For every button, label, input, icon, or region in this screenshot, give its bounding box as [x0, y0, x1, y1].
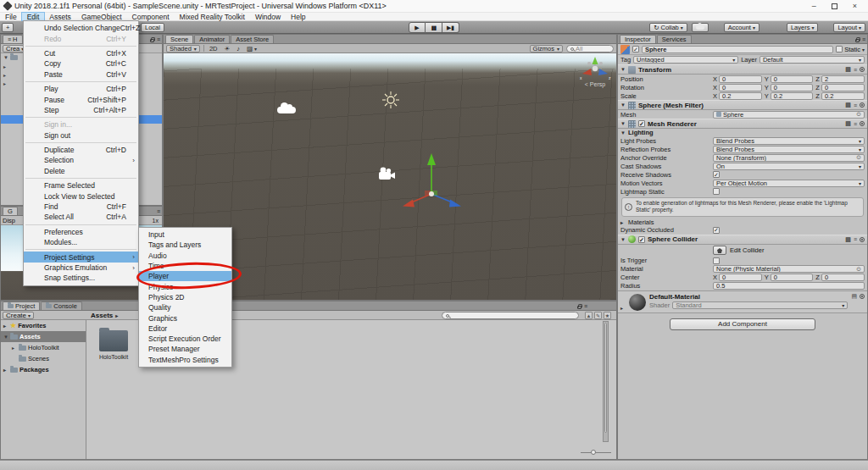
property-dropdown[interactable]: Blend Probes ▾ ⊙: [713, 137, 865, 145]
asset-folder[interactable]: HoloToolkit: [95, 330, 132, 360]
y-field[interactable]: 0: [771, 274, 814, 281]
materials-foldout[interactable]: ▸ Materials: [618, 218, 867, 226]
submenu-item[interactable]: Audio: [139, 251, 231, 261]
gear-icon[interactable]: [860, 67, 865, 72]
move-gizmo[interactable]: [396, 143, 467, 211]
scene-area-tab[interactable]: Animator: [194, 35, 230, 43]
presets-icon[interactable]: ≡: [854, 121, 857, 127]
project-tree-item[interactable]: ▸ ★ Packages: [1, 364, 86, 375]
reference-icon[interactable]: ▤: [845, 120, 851, 127]
submenu-item[interactable]: Editor: [139, 323, 231, 334]
z-field[interactable]: 0: [821, 84, 865, 91]
lock-icon[interactable]: [855, 39, 860, 42]
scene-fx-dropdown[interactable]: ▨▾: [245, 45, 259, 53]
property-field[interactable]: None (Physic Material) ▾ ⊙: [713, 265, 865, 273]
cloud-sprite[interactable]: [277, 107, 296, 113]
foldout-icon[interactable]: ▼: [3, 335, 8, 340]
x-field[interactable]: 0.2: [719, 92, 762, 100]
lighting-foldout[interactable]: ▼ Lighting: [618, 129, 867, 136]
z-field[interactable]: 2: [821, 75, 865, 83]
x-field[interactable]: 0: [719, 84, 762, 91]
menu-item[interactable]: Duplicate Ctrl+D: [24, 145, 138, 155]
submenu-item[interactable]: Input: [139, 229, 231, 240]
submenu-item[interactable]: Quality: [139, 302, 231, 312]
reference-icon[interactable]: ▤: [845, 66, 851, 73]
x-field[interactable]: 0: [719, 274, 762, 281]
property-field[interactable]: 0.5: [713, 282, 865, 290]
inspector-tab[interactable]: Services: [657, 35, 692, 43]
object-picker-icon[interactable]: ⊙: [856, 266, 861, 273]
panel-menu-icon[interactable]: ≡: [157, 208, 160, 214]
static-checkbox[interactable]: [836, 46, 843, 53]
menu-item[interactable]: Snap Settings...: [24, 273, 138, 283]
sphere-collider-header[interactable]: ▼ ✓ Sphere Collider ▤≡: [618, 235, 867, 245]
foldout-icon[interactable]: ▼: [620, 121, 626, 126]
menu-item[interactable]: Graphics Emulation ›: [24, 263, 138, 273]
reference-icon[interactable]: ▤: [851, 293, 857, 300]
z-field[interactable]: 0.2: [821, 92, 865, 100]
menu-bar-item[interactable]: File: [0, 13, 22, 20]
foldout-icon[interactable]: ▸: [620, 305, 626, 311]
step-button[interactable]: ▶▮: [442, 22, 459, 33]
material-preview-sphere[interactable]: [629, 294, 646, 311]
lock-icon[interactable]: [150, 39, 154, 42]
property-dropdown[interactable]: On ▾ ⊙: [713, 163, 865, 170]
gameobject-name-field[interactable]: Sphere: [642, 46, 833, 53]
edit-collider-button[interactable]: [713, 246, 726, 255]
minimize-button[interactable]: –: [812, 2, 816, 10]
component-enabled-checkbox[interactable]: ✓: [638, 236, 645, 243]
menu-item[interactable]: Cut Ctrl+X: [24, 48, 138, 58]
favorites-filter-icon[interactable]: ★: [604, 312, 611, 319]
menu-item[interactable]: Modules...: [24, 237, 138, 247]
menu-bar-item[interactable]: Window: [250, 13, 286, 20]
menu-item[interactable]: Copy Ctrl+C: [24, 58, 138, 69]
panel-menu-icon[interactable]: ≡: [584, 303, 587, 309]
gizmos-dropdown[interactable]: Gizmos ▾: [530, 45, 563, 53]
inspector-tab[interactable]: Inspector: [620, 35, 656, 43]
scene-area-tab[interactable]: Asset Store: [231, 35, 274, 43]
slider-knob[interactable]: [591, 450, 596, 455]
draw-mode-dropdown[interactable]: Shaded ▾: [166, 45, 200, 53]
menu-item[interactable]: Undo Selection Change Ctrl+Z: [24, 23, 138, 33]
y-field[interactable]: 0: [771, 84, 814, 91]
project-tree-item[interactable]: ▼ ★ Assets: [1, 331, 86, 342]
scene-search-input[interactable]: All: [566, 45, 614, 53]
play-button[interactable]: ▶: [409, 22, 426, 33]
directional-light-gizmo[interactable]: [381, 91, 400, 109]
component-enabled-checkbox[interactable]: ✓: [638, 120, 645, 127]
foldout-icon[interactable]: ▼: [620, 67, 626, 72]
cloud-button[interactable]: [692, 23, 709, 32]
active-checkbox[interactable]: ✓: [632, 46, 639, 53]
checkbox[interactable]: [713, 257, 720, 264]
vertical-scrollbar[interactable]: [603, 321, 609, 442]
search-by-label-icon[interactable]: ✎: [594, 312, 602, 319]
reference-icon[interactable]: ▤: [845, 102, 851, 108]
menu-item[interactable]: Find Ctrl+F: [24, 202, 138, 212]
submenu-item[interactable]: Physics 2D: [139, 292, 231, 302]
tab-hierarchy[interactable]: ≡ H: [3, 35, 23, 43]
submenu-item[interactable]: Graphics: [139, 312, 231, 323]
gear-icon[interactable]: [860, 237, 865, 242]
mesh-renderer-header[interactable]: ▼ ✓ Mesh Renderer ▤≡: [618, 119, 867, 129]
search-by-type-icon[interactable]: ▲: [585, 312, 593, 319]
property-dropdown[interactable]: Per Object Motion ▾ ⊙: [713, 180, 865, 187]
project-search-input[interactable]: [442, 312, 579, 319]
layers-button[interactable]: Layers▾: [787, 23, 819, 32]
menu-bar-item[interactable]: Assets: [44, 13, 76, 20]
breadcrumb[interactable]: Assets ▸: [91, 311, 118, 320]
shader-dropdown[interactable]: Standard▾: [672, 301, 848, 309]
scene-lighting-toggle[interactable]: ☀: [222, 45, 231, 53]
object-field[interactable]: Sphere ▾ ⊙: [713, 111, 865, 119]
collab-button[interactable]: ↻ Collab ▾: [649, 23, 687, 32]
menu-item[interactable]: Play Ctrl+P: [24, 84, 138, 94]
menu-item[interactable]: Pause Ctrl+Shift+P: [24, 94, 138, 104]
project-area-tab[interactable]: Console: [41, 301, 82, 310]
transform-tool-button[interactable]: +: [2, 23, 14, 32]
project-area-tab[interactable]: Project: [3, 301, 40, 310]
menu-bar-item[interactable]: Mixed Reality Toolkit: [175, 13, 250, 20]
tab-game[interactable]: G: [3, 207, 18, 215]
display-dropdown[interactable]: Disp: [3, 217, 15, 224]
menu-item[interactable]: Paste Ctrl+V: [24, 69, 138, 80]
account-button[interactable]: Account▾: [724, 23, 760, 32]
menu-item[interactable]: Redo Ctrl+Y: [24, 33, 138, 43]
